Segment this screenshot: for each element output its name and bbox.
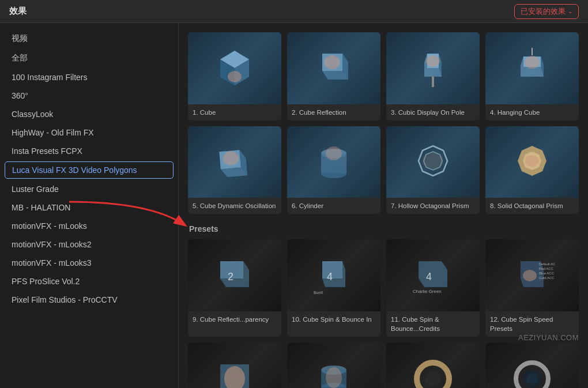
grid-label-5: 5. Cube Dynamic Oscillation — [188, 198, 281, 214]
grid-label-2: 2. Cube Reflection — [287, 104, 380, 120]
svg-point-26 — [326, 146, 342, 160]
grid-item-8[interactable]: 8. Solid Octagonal Prism — [485, 126, 579, 214]
presets-section-label: Presets — [188, 224, 579, 233]
grid-item-4[interactable]: 4. Hanging Cube — [485, 32, 579, 120]
preset-thumbnail-14 — [287, 342, 380, 388]
svg-text:4: 4 — [327, 271, 333, 282]
svg-point-4 — [228, 71, 242, 82]
svg-point-48 — [523, 270, 537, 281]
thumbnail-3 — [386, 32, 480, 104]
sidebar-item-highway[interactable]: HighWay - Old Film FX — [0, 123, 178, 142]
sidebar: 视频全部100 Instagram Filters360°ClassyLookH… — [0, 23, 179, 388]
sidebar-item-luster[interactable]: Luster Grade — [0, 180, 178, 198]
grid-label-8: 8. Solid Octagonal Prism — [485, 198, 579, 214]
installed-effects-button[interactable]: 已安装的效果 ⌄ — [514, 4, 579, 19]
page-title: 效果 — [9, 6, 27, 17]
svg-rect-9 — [432, 77, 434, 87]
preset-thumbnail-16 — [485, 342, 579, 388]
preset-thumbnail-15 — [386, 342, 480, 388]
svg-point-56 — [425, 371, 441, 387]
thumbnail-6 — [287, 126, 380, 198]
sidebar-item-motionvfx3[interactable]: motionVFX - mLooks3 — [0, 254, 178, 272]
sidebar-item-luca[interactable]: Luca Visual FX 3D Video Polygons — [5, 161, 174, 179]
preset-item-13[interactable]: 13. Cube Front On View — [188, 342, 281, 388]
svg-text:4: 4 — [426, 271, 432, 282]
preset-label-9: 9. Cube Reflecti...parency — [188, 311, 281, 327]
grid-label-6: 6. Cylinder — [287, 198, 380, 214]
thumbnail-8 — [485, 126, 579, 198]
preset-label-10: 10. Cube Spin & Bounce In — [287, 311, 380, 327]
sidebar-item-pfs[interactable]: PFS ProSlice Vol.2 — [0, 272, 178, 291]
grid-item-6[interactable]: 6. Cylinder — [287, 126, 380, 214]
svg-point-13 — [426, 55, 440, 67]
preset-thumbnail-13 — [188, 342, 281, 388]
sidebar-item-motionvfx1[interactable]: motionVFX - mLooks — [0, 217, 178, 235]
svg-text:Bunt!: Bunt! — [314, 291, 323, 295]
preset-item-11[interactable]: 4 Charlie Green 11. Cube Spin & Bounce..… — [386, 239, 480, 337]
svg-point-8 — [324, 55, 340, 69]
svg-point-29 — [423, 152, 443, 169]
grid-label-1: 1. Cube — [188, 104, 281, 120]
preset-item-14[interactable]: 14. Cylindrical Double Video — [287, 342, 380, 388]
grid-item-2[interactable]: 2. Cube Reflection — [287, 32, 380, 120]
preset-label-11: 11. Cube Spin & Bounce...Credits — [386, 311, 480, 337]
grid-item-3[interactable]: 3. Cubic Display On Pole — [386, 32, 480, 120]
sidebar-item-classylook[interactable]: ClassyLook — [0, 105, 178, 123]
sidebar-item-insta-fcpx[interactable]: Insta Presets FCPX — [0, 142, 178, 160]
preset-thumbnail-11: 4 Charlie Green — [386, 239, 480, 311]
svg-text:Charlie Green: Charlie Green — [413, 289, 442, 294]
grid-item-7[interactable]: 7. Hollow Octagonal Prism — [386, 126, 480, 214]
preset-thumbnail-12: Default ACC Red ACC Blue ACC Gold ACC — [485, 239, 579, 311]
preset-item-12[interactable]: Default ACC Red ACC Blue ACC Gold ACC 12… — [485, 239, 579, 337]
svg-text:Blue ACC: Blue ACC — [539, 272, 555, 275]
svg-point-54 — [326, 367, 342, 388]
thumbnail-2 — [287, 32, 380, 104]
grid-label-3: 3. Cubic Display On Pole — [386, 104, 480, 120]
svg-marker-40 — [419, 261, 447, 287]
top-bar: 效果 已安装的效果 ⌄ — [0, 0, 588, 23]
svg-text:Red ACC: Red ACC — [539, 267, 554, 270]
sidebar-item-360[interactable]: 360° — [0, 86, 178, 105]
preset-item-10[interactable]: 4 Bunt! 10. Cube Spin & Bounce In — [287, 239, 380, 337]
preset-item-16[interactable]: 16. Ring Flythrough — [485, 342, 579, 388]
main-effects-grid: 1. Cube 2. Cube Reflection 3. Cubic Disp… — [188, 32, 579, 214]
svg-point-59 — [526, 373, 538, 385]
sidebar-item-motionvfx2[interactable]: motionVFX - mLooks2 — [0, 235, 178, 254]
svg-point-18 — [525, 56, 540, 69]
preset-thumbnail-10: 4 Bunt! — [287, 239, 380, 311]
thumbnail-1 — [188, 32, 281, 104]
thumbnail-7 — [386, 126, 480, 198]
svg-text:2: 2 — [228, 271, 233, 282]
svg-point-32 — [525, 155, 539, 167]
preset-thumbnail-9: 2 — [188, 239, 281, 311]
chevron-down-icon: ⌄ — [568, 8, 572, 14]
preset-item-9[interactable]: 2 9. Cube Reflecti...parency — [188, 239, 281, 337]
content-area: 1. Cube 2. Cube Reflection 3. Cubic Disp… — [179, 23, 588, 388]
svg-text:Gold ACC: Gold ACC — [539, 276, 555, 280]
svg-text:Default ACC: Default ACC — [539, 262, 555, 266]
sidebar-item-all[interactable]: 全部 — [0, 48, 178, 68]
presets-grid: 2 9. Cube Reflecti...parency 4 Bunt! 10.… — [188, 239, 579, 388]
watermark: AEZIYUAN.COM — [518, 333, 579, 342]
sidebar-item-video[interactable]: 视频 — [0, 29, 178, 48]
sidebar-item-instagram[interactable]: 100 Instagram Filters — [0, 68, 178, 86]
svg-point-25 — [321, 169, 346, 178]
grid-item-1[interactable]: 1. Cube — [188, 32, 281, 120]
thumbnail-4 — [485, 32, 579, 104]
grid-label-7: 7. Hollow Octagonal Prism — [386, 198, 480, 214]
preset-item-15[interactable]: 15. Spinning Ring — [386, 342, 480, 388]
thumbnail-5 — [188, 126, 281, 198]
grid-label-4: 4. Hanging Cube — [485, 104, 579, 120]
sidebar-item-mb-halation[interactable]: MB - HALATION — [0, 198, 178, 217]
sidebar-item-pixel[interactable]: Pixel Film Studios - ProCCTV — [0, 291, 178, 309]
main-layout: 视频全部100 Instagram Filters360°ClassyLookH… — [0, 23, 588, 388]
installed-effects-label: 已安装的效果 — [521, 6, 566, 17]
grid-item-5[interactable]: 5. Cube Dynamic Oscillation — [188, 126, 281, 214]
